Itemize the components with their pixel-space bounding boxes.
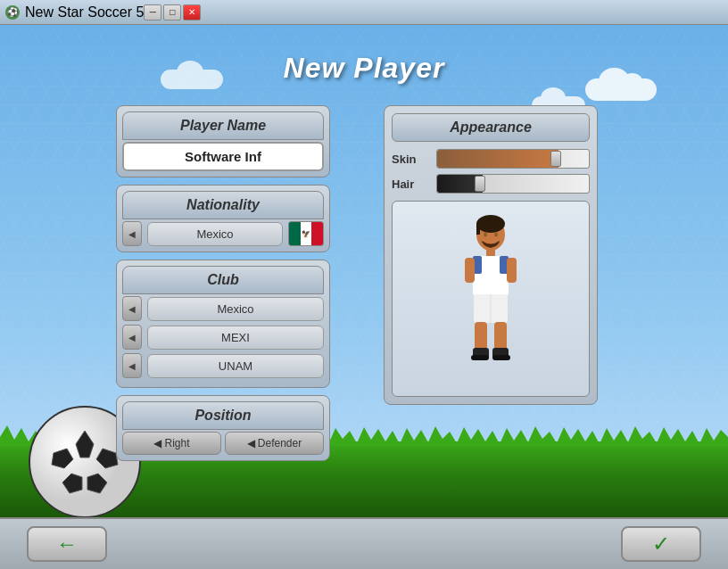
svg-rect-15 xyxy=(465,258,475,283)
left-panel: Player Name Nationality ◀ Mexico 🦅 Club xyxy=(116,105,330,468)
position-side-button[interactable]: ◀ Right xyxy=(122,432,221,455)
back-icon: ← xyxy=(56,532,78,557)
club-team-prev-button[interactable]: ◀ xyxy=(122,353,142,378)
hair-color-track[interactable] xyxy=(436,174,590,194)
svg-rect-24 xyxy=(492,355,510,360)
position-side-arrow: ◀ xyxy=(153,437,161,449)
player-name-input[interactable] xyxy=(122,142,324,171)
club-team-value: UNAM xyxy=(147,354,324,378)
position-role-button[interactable]: ◀ Defender xyxy=(225,432,324,455)
club-country-prev-button[interactable]: ◀ xyxy=(122,296,142,321)
nationality-header: Nationality xyxy=(122,191,324,219)
club-country-value: Mexico xyxy=(147,297,324,321)
svg-rect-11 xyxy=(486,249,495,256)
club-section: Club ◀ Mexico ◀ MEXI ◀ UNAM xyxy=(116,260,330,388)
player-name-header: Player Name xyxy=(122,111,324,140)
svg-rect-8 xyxy=(476,224,480,235)
cloud3 xyxy=(161,70,223,89)
appearance-panel: Appearance Skin Hair xyxy=(384,105,598,405)
club-league-value: MEXI xyxy=(147,326,324,350)
svg-rect-20 xyxy=(494,322,507,350)
nationality-prev-button[interactable]: ◀ xyxy=(122,221,142,246)
bottom-bar: ← ✓ xyxy=(0,517,728,569)
hair-slider-thumb[interactable] xyxy=(475,176,485,192)
back-button[interactable]: ← xyxy=(27,526,107,562)
club-header: Club xyxy=(122,266,324,294)
nationality-section: Nationality ◀ Mexico 🦅 xyxy=(116,185,330,252)
confirm-icon: ✓ xyxy=(652,532,670,557)
right-panel: Appearance Skin Hair xyxy=(384,105,598,405)
skin-color-track[interactable] xyxy=(436,149,590,169)
close-button[interactable]: ✕ xyxy=(183,4,201,21)
position-section: Position ◀ Right ◀ Defender xyxy=(116,395,330,461)
page-title: New Player xyxy=(284,52,445,85)
appearance-header: Appearance xyxy=(392,113,590,142)
confirm-button[interactable]: ✓ xyxy=(621,526,701,562)
maximize-button[interactable]: □ xyxy=(163,4,181,21)
skin-label: Skin xyxy=(392,153,436,166)
cloud xyxy=(585,78,657,101)
hair-label: Hair xyxy=(392,177,436,191)
svg-point-10 xyxy=(494,233,498,237)
nationality-flag: 🦅 xyxy=(288,221,324,246)
skin-color-row: Skin xyxy=(392,149,590,169)
titlebar: ⚽ New Star Soccer 5 ─ □ ✕ xyxy=(0,0,728,25)
minimize-button[interactable]: ─ xyxy=(144,4,161,21)
club-league-row: ◀ MEXI xyxy=(122,325,324,350)
titlebar-controls: ─ □ ✕ xyxy=(144,4,201,21)
svg-rect-22 xyxy=(471,355,489,360)
club-team-row: ◀ UNAM xyxy=(122,353,324,378)
nationality-row: ◀ Mexico 🦅 xyxy=(122,221,324,246)
skin-slider-thumb[interactable] xyxy=(550,151,561,167)
svg-point-9 xyxy=(484,233,487,237)
character-preview xyxy=(392,201,590,397)
game-area: New Player Player Name Nationality ◀ Mex… xyxy=(0,25,728,569)
titlebar-icon: ⚽ xyxy=(5,5,20,20)
club-league-prev-button[interactable]: ◀ xyxy=(122,325,142,350)
position-header: Position xyxy=(122,401,324,430)
titlebar-title: New Star Soccer 5 xyxy=(25,4,144,21)
skin-bar-fill xyxy=(437,150,558,168)
svg-rect-19 xyxy=(475,322,487,350)
position-role-arrow: ◀ xyxy=(247,437,255,449)
svg-rect-16 xyxy=(507,258,517,283)
nationality-value: Mexico xyxy=(147,222,283,246)
club-country-row: ◀ Mexico xyxy=(122,296,324,321)
svg-point-7 xyxy=(476,215,505,233)
position-side-value: Right xyxy=(164,437,189,449)
position-role-value: Defender xyxy=(258,437,302,449)
character-svg xyxy=(451,210,531,388)
hair-color-row: Hair xyxy=(392,174,590,194)
player-name-section: Player Name xyxy=(116,105,330,177)
position-row: ◀ Right ◀ Defender xyxy=(122,432,324,455)
